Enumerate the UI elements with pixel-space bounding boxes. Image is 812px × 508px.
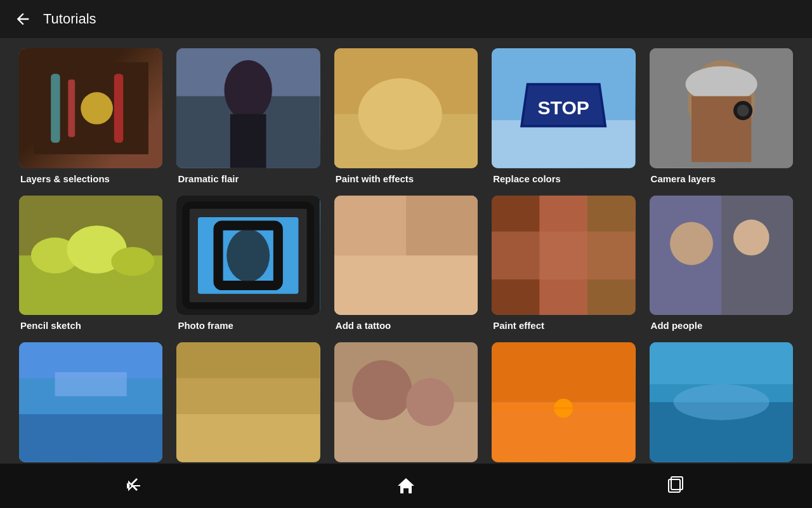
tutorial-item-photo-frame[interactable]: Photo frame [176, 196, 320, 331]
tutorial-thumb-pencil-sketch [19, 196, 162, 316]
tutorial-thumb-dramatic-flair [176, 48, 320, 168]
svg-rect-63 [133, 485, 140, 486]
tutorial-thumb-photo-frame [176, 196, 320, 316]
tutorial-thumb-add-people [650, 196, 793, 316]
svg-rect-39 [492, 231, 635, 279]
tutorial-label-paint-effect: Paint effect [492, 320, 635, 331]
tutorial-label-dramatic-flair: Dramatic flair [176, 173, 320, 184]
svg-rect-50 [176, 342, 320, 378]
svg-point-31 [227, 229, 270, 282]
svg-rect-47 [55, 373, 127, 397]
tutorial-item-paint-effect[interactable]: Paint effect [492, 196, 635, 331]
tutorial-thumb-row3-4 [492, 342, 635, 462]
svg-point-26 [111, 247, 154, 276]
tutorial-item-paint-with-effects[interactable]: Paint with effects [334, 48, 478, 184]
tutorial-thumb-row3-3 [334, 342, 478, 462]
tutorial-label-pencil-sketch: Pencil sketch [19, 320, 162, 331]
tutorial-item-add-people[interactable]: Add people [650, 196, 793, 331]
tutorial-item-pencil-sketch[interactable]: Pencil sketch [19, 196, 162, 331]
tutorial-thumb-replace-colors: STOP [492, 48, 635, 168]
tutorial-item-dramatic-flair[interactable]: Dramatic flair [176, 48, 320, 184]
svg-rect-45 [19, 415, 162, 462]
tutorial-thumb-row3-2 [176, 342, 320, 462]
svg-point-43 [733, 219, 769, 255]
tutorial-item-camera-layers[interactable]: Camera layers [650, 48, 793, 184]
svg-rect-1 [51, 74, 60, 143]
tutorial-item-row3-4[interactable] [492, 342, 635, 462]
tutorial-label-camera-layers: Camera layers [650, 173, 793, 184]
tutorial-label-replace-colors: Replace colors [492, 173, 635, 184]
tutorial-label-add-a-tattoo: Add a tattoo [334, 320, 478, 331]
svg-point-62 [673, 384, 769, 420]
tutorial-thumb-layers-selections [19, 48, 162, 168]
tutorial-thumb-paint-effect [492, 196, 635, 316]
tutorial-item-add-a-tattoo[interactable]: Add a tattoo [334, 196, 478, 331]
tutorial-label-add-people: Add people [650, 320, 793, 331]
page-title: Tutorials [43, 11, 96, 27]
tutorial-label-photo-frame: Photo frame [176, 320, 320, 331]
tutorial-item-layers-selections[interactable]: Layers & selections [19, 48, 162, 184]
svg-point-42 [670, 222, 713, 265]
tutorial-thumb-add-a-tattoo [334, 196, 478, 316]
back-button[interactable] [13, 9, 33, 29]
svg-point-11 [358, 78, 442, 150]
svg-point-53 [352, 361, 412, 420]
tutorial-item-row3-5[interactable] [650, 342, 793, 462]
tutorial-grid: Layers & selections Dramatic flair Paint… [19, 48, 793, 462]
svg-rect-52 [334, 403, 478, 462]
svg-point-3 [81, 92, 113, 124]
tutorial-thumb-paint-with-effects [334, 48, 478, 168]
tutorial-item-row3-1[interactable] [19, 342, 162, 462]
svg-rect-49 [176, 415, 320, 462]
nav-recents-button[interactable] [640, 468, 714, 504]
tutorial-thumb-row3-1 [19, 342, 162, 462]
navigation-bar [0, 464, 812, 508]
svg-rect-4 [114, 74, 122, 143]
svg-rect-34 [334, 255, 478, 315]
svg-text:STOP: STOP [538, 97, 590, 118]
svg-rect-8 [230, 114, 266, 168]
tutorial-label-paint-with-effects: Paint with effects [334, 173, 478, 184]
nav-back-button[interactable] [98, 468, 172, 504]
nav-home-button[interactable] [369, 468, 443, 504]
header: Tutorials [0, 0, 812, 38]
tutorial-item-replace-colors[interactable]: STOP Replace colors [492, 48, 635, 184]
tutorial-thumb-camera-layers [650, 48, 793, 168]
svg-point-54 [406, 378, 454, 426]
svg-point-21 [737, 105, 749, 117]
tutorial-item-row3-3[interactable] [334, 342, 478, 462]
tutorials-main: Layers & selections Dramatic flair Paint… [0, 38, 812, 464]
svg-rect-61 [650, 342, 793, 384]
tutorial-label-layers-selections: Layers & selections [19, 173, 162, 184]
svg-rect-2 [68, 79, 75, 137]
svg-point-7 [225, 60, 272, 120]
tutorial-thumb-row3-5 [650, 342, 793, 462]
tutorial-item-row3-2[interactable] [176, 342, 320, 462]
